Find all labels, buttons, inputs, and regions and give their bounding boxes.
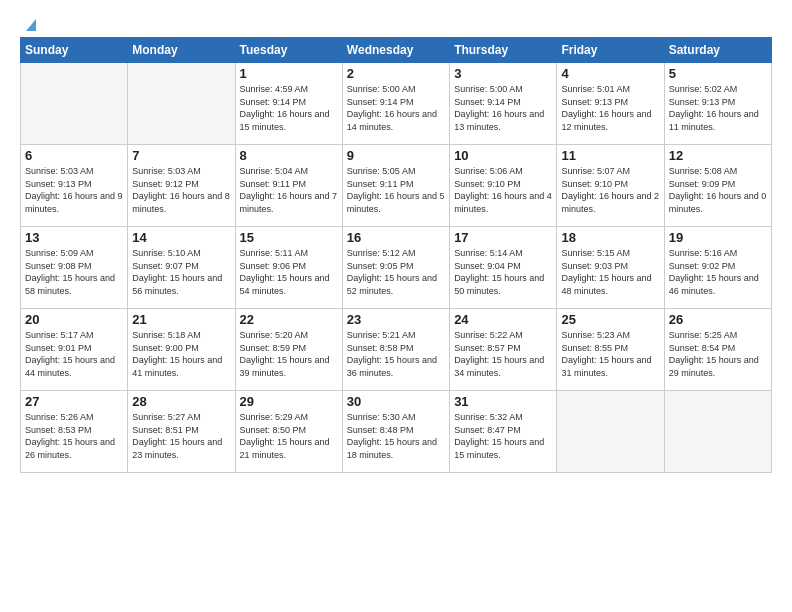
calendar-cell: 13Sunrise: 5:09 AM Sunset: 9:08 PM Dayli… — [21, 227, 128, 309]
day-info: Sunrise: 5:22 AM Sunset: 8:57 PM Dayligh… — [454, 329, 552, 379]
day-info: Sunrise: 5:32 AM Sunset: 8:47 PM Dayligh… — [454, 411, 552, 461]
day-number: 27 — [25, 394, 123, 409]
calendar-cell — [664, 391, 771, 473]
calendar-cell: 17Sunrise: 5:14 AM Sunset: 9:04 PM Dayli… — [450, 227, 557, 309]
day-number: 30 — [347, 394, 445, 409]
day-info: Sunrise: 5:11 AM Sunset: 9:06 PM Dayligh… — [240, 247, 338, 297]
day-info: Sunrise: 5:01 AM Sunset: 9:13 PM Dayligh… — [561, 83, 659, 133]
calendar-cell: 22Sunrise: 5:20 AM Sunset: 8:59 PM Dayli… — [235, 309, 342, 391]
day-info: Sunrise: 5:27 AM Sunset: 8:51 PM Dayligh… — [132, 411, 230, 461]
calendar-week-row: 6Sunrise: 5:03 AM Sunset: 9:13 PM Daylig… — [21, 145, 772, 227]
day-number: 23 — [347, 312, 445, 327]
day-number: 14 — [132, 230, 230, 245]
calendar-cell: 2Sunrise: 5:00 AM Sunset: 9:14 PM Daylig… — [342, 63, 449, 145]
day-info: Sunrise: 5:26 AM Sunset: 8:53 PM Dayligh… — [25, 411, 123, 461]
calendar-table: SundayMondayTuesdayWednesdayThursdayFrid… — [20, 37, 772, 473]
day-number: 5 — [669, 66, 767, 81]
logo-icon — [22, 15, 40, 33]
calendar-cell: 12Sunrise: 5:08 AM Sunset: 9:09 PM Dayli… — [664, 145, 771, 227]
calendar-cell: 7Sunrise: 5:03 AM Sunset: 9:12 PM Daylig… — [128, 145, 235, 227]
calendar-cell: 28Sunrise: 5:27 AM Sunset: 8:51 PM Dayli… — [128, 391, 235, 473]
day-number: 20 — [25, 312, 123, 327]
day-number: 22 — [240, 312, 338, 327]
day-number: 2 — [347, 66, 445, 81]
calendar-cell: 3Sunrise: 5:00 AM Sunset: 9:14 PM Daylig… — [450, 63, 557, 145]
day-number: 29 — [240, 394, 338, 409]
day-info: Sunrise: 5:05 AM Sunset: 9:11 PM Dayligh… — [347, 165, 445, 215]
calendar-week-row: 1Sunrise: 4:59 AM Sunset: 9:14 PM Daylig… — [21, 63, 772, 145]
svg-marker-0 — [26, 19, 36, 31]
day-number: 24 — [454, 312, 552, 327]
day-info: Sunrise: 5:29 AM Sunset: 8:50 PM Dayligh… — [240, 411, 338, 461]
calendar-cell: 18Sunrise: 5:15 AM Sunset: 9:03 PM Dayli… — [557, 227, 664, 309]
calendar-cell — [557, 391, 664, 473]
day-number: 10 — [454, 148, 552, 163]
calendar-week-row: 13Sunrise: 5:09 AM Sunset: 9:08 PM Dayli… — [21, 227, 772, 309]
weekday-header: Wednesday — [342, 38, 449, 63]
day-number: 4 — [561, 66, 659, 81]
day-number: 6 — [25, 148, 123, 163]
calendar-cell: 15Sunrise: 5:11 AM Sunset: 9:06 PM Dayli… — [235, 227, 342, 309]
day-info: Sunrise: 5:23 AM Sunset: 8:55 PM Dayligh… — [561, 329, 659, 379]
day-number: 25 — [561, 312, 659, 327]
calendar-cell: 23Sunrise: 5:21 AM Sunset: 8:58 PM Dayli… — [342, 309, 449, 391]
day-info: Sunrise: 5:03 AM Sunset: 9:12 PM Dayligh… — [132, 165, 230, 215]
calendar-cell: 31Sunrise: 5:32 AM Sunset: 8:47 PM Dayli… — [450, 391, 557, 473]
day-number: 9 — [347, 148, 445, 163]
calendar-cell: 25Sunrise: 5:23 AM Sunset: 8:55 PM Dayli… — [557, 309, 664, 391]
calendar-cell: 20Sunrise: 5:17 AM Sunset: 9:01 PM Dayli… — [21, 309, 128, 391]
calendar-cell: 30Sunrise: 5:30 AM Sunset: 8:48 PM Dayli… — [342, 391, 449, 473]
calendar-week-row: 20Sunrise: 5:17 AM Sunset: 9:01 PM Dayli… — [21, 309, 772, 391]
calendar-cell: 14Sunrise: 5:10 AM Sunset: 9:07 PM Dayli… — [128, 227, 235, 309]
calendar-cell: 6Sunrise: 5:03 AM Sunset: 9:13 PM Daylig… — [21, 145, 128, 227]
calendar-cell: 26Sunrise: 5:25 AM Sunset: 8:54 PM Dayli… — [664, 309, 771, 391]
day-info: Sunrise: 5:18 AM Sunset: 9:00 PM Dayligh… — [132, 329, 230, 379]
day-info: Sunrise: 5:20 AM Sunset: 8:59 PM Dayligh… — [240, 329, 338, 379]
day-info: Sunrise: 5:04 AM Sunset: 9:11 PM Dayligh… — [240, 165, 338, 215]
day-number: 18 — [561, 230, 659, 245]
day-number: 3 — [454, 66, 552, 81]
weekday-header: Saturday — [664, 38, 771, 63]
calendar-body: 1Sunrise: 4:59 AM Sunset: 9:14 PM Daylig… — [21, 63, 772, 473]
day-info: Sunrise: 5:03 AM Sunset: 9:13 PM Dayligh… — [25, 165, 123, 215]
day-number: 21 — [132, 312, 230, 327]
day-number: 31 — [454, 394, 552, 409]
weekday-header: Sunday — [21, 38, 128, 63]
calendar-cell: 8Sunrise: 5:04 AM Sunset: 9:11 PM Daylig… — [235, 145, 342, 227]
day-info: Sunrise: 5:10 AM Sunset: 9:07 PM Dayligh… — [132, 247, 230, 297]
day-number: 26 — [669, 312, 767, 327]
day-info: Sunrise: 5:08 AM Sunset: 9:09 PM Dayligh… — [669, 165, 767, 215]
day-info: Sunrise: 5:07 AM Sunset: 9:10 PM Dayligh… — [561, 165, 659, 215]
calendar-cell: 27Sunrise: 5:26 AM Sunset: 8:53 PM Dayli… — [21, 391, 128, 473]
calendar-cell: 9Sunrise: 5:05 AM Sunset: 9:11 PM Daylig… — [342, 145, 449, 227]
day-info: Sunrise: 5:09 AM Sunset: 9:08 PM Dayligh… — [25, 247, 123, 297]
day-info: Sunrise: 5:21 AM Sunset: 8:58 PM Dayligh… — [347, 329, 445, 379]
day-number: 19 — [669, 230, 767, 245]
day-number: 16 — [347, 230, 445, 245]
calendar-cell: 29Sunrise: 5:29 AM Sunset: 8:50 PM Dayli… — [235, 391, 342, 473]
day-number: 8 — [240, 148, 338, 163]
day-number: 1 — [240, 66, 338, 81]
day-info: Sunrise: 5:15 AM Sunset: 9:03 PM Dayligh… — [561, 247, 659, 297]
calendar-week-row: 27Sunrise: 5:26 AM Sunset: 8:53 PM Dayli… — [21, 391, 772, 473]
page: SundayMondayTuesdayWednesdayThursdayFrid… — [0, 0, 792, 612]
day-number: 15 — [240, 230, 338, 245]
logo — [20, 15, 40, 29]
calendar-header-row: SundayMondayTuesdayWednesdayThursdayFrid… — [21, 38, 772, 63]
day-info: Sunrise: 5:02 AM Sunset: 9:13 PM Dayligh… — [669, 83, 767, 133]
calendar-cell — [128, 63, 235, 145]
day-info: Sunrise: 5:00 AM Sunset: 9:14 PM Dayligh… — [454, 83, 552, 133]
day-info: Sunrise: 5:16 AM Sunset: 9:02 PM Dayligh… — [669, 247, 767, 297]
day-info: Sunrise: 5:14 AM Sunset: 9:04 PM Dayligh… — [454, 247, 552, 297]
calendar-cell: 10Sunrise: 5:06 AM Sunset: 9:10 PM Dayli… — [450, 145, 557, 227]
day-number: 17 — [454, 230, 552, 245]
calendar-cell: 19Sunrise: 5:16 AM Sunset: 9:02 PM Dayli… — [664, 227, 771, 309]
day-number: 12 — [669, 148, 767, 163]
calendar-cell: 21Sunrise: 5:18 AM Sunset: 9:00 PM Dayli… — [128, 309, 235, 391]
calendar-cell: 24Sunrise: 5:22 AM Sunset: 8:57 PM Dayli… — [450, 309, 557, 391]
calendar-cell: 11Sunrise: 5:07 AM Sunset: 9:10 PM Dayli… — [557, 145, 664, 227]
day-number: 11 — [561, 148, 659, 163]
day-info: Sunrise: 5:25 AM Sunset: 8:54 PM Dayligh… — [669, 329, 767, 379]
weekday-header: Monday — [128, 38, 235, 63]
day-info: Sunrise: 5:30 AM Sunset: 8:48 PM Dayligh… — [347, 411, 445, 461]
